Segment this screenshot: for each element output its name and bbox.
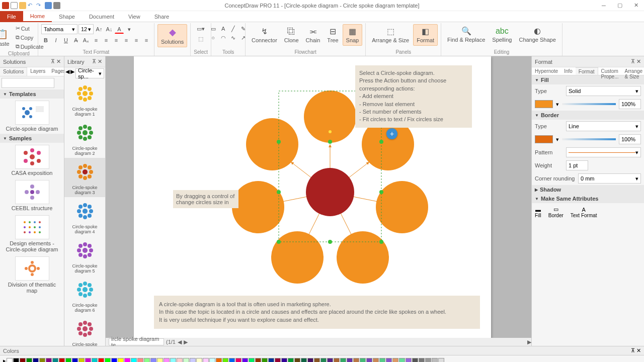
tree-button[interactable]: ⊟Tree [324,25,341,45]
pin-icon[interactable]: ⊼ [631,347,635,353]
tab-document[interactable]: Document [82,11,121,22]
library-item[interactable]: Circle-spoke diagram 1 [64,79,105,119]
lib-next-icon[interactable]: ▶ [70,68,74,78]
paste-button[interactable]: 📋 Paste [0,27,13,49]
palette-color[interactable] [78,358,85,363]
palette-color[interactable] [177,358,183,363]
subscript-button[interactable]: Aₓ [82,36,91,45]
doc-tab[interactable]: ircle spoke diagram te... [109,338,164,345]
palette-color[interactable] [327,358,333,363]
curve-tool[interactable]: ∿ [229,33,238,42]
page-next-icon[interactable]: ▶ [184,339,188,345]
align-middle-button[interactable]: ≡ [132,36,141,45]
palette-color[interactable] [7,358,13,363]
sample-item[interactable]: Design elements - Circle-spoke diagram [0,213,64,254]
fill-opacity-input[interactable]: 100% [619,99,641,109]
scroll-right-icon[interactable]: ▶ [527,339,531,345]
pattern-combo[interactable]: ▾ [566,147,641,157]
palette-color[interactable] [124,358,130,363]
tab-share[interactable]: Share [147,11,176,22]
palette-color[interactable] [419,358,425,363]
tab-home[interactable]: Home [23,11,52,22]
lib-prev-icon[interactable]: ◀ [65,68,69,78]
close-panel-icon[interactable]: ✕ [636,347,641,353]
arrange-button[interactable]: ⬚Arrange & Size [369,25,412,45]
shadow-section[interactable]: Shadow [532,185,644,194]
sample-item[interactable]: Division of thematic map [0,254,64,296]
lasso-tool[interactable]: ⬚ [196,34,205,43]
palette-color[interactable] [118,358,124,363]
italic-button[interactable]: I [51,36,60,45]
palette-color[interactable] [373,358,379,363]
palette-color[interactable] [39,358,45,363]
minimize-button[interactable]: ─ [596,0,612,11]
chain-button[interactable]: ⫘Chain [303,25,324,45]
palette-color[interactable] [196,358,202,363]
palette-color[interactable] [144,358,150,363]
corner-combo[interactable]: 0 mm▾ [578,173,641,184]
line-tool[interactable]: ╱ [229,24,238,33]
palette-color[interactable] [275,358,281,363]
arc-tool[interactable]: ◠ [219,33,228,42]
decrease-font-button[interactable]: A↓ [105,25,114,34]
palette-color[interactable] [392,358,398,363]
solutions-button[interactable]: ◆ Solutions [157,24,187,47]
library-item[interactable]: Circle-spoke diagram 5 [64,236,105,276]
new-icon[interactable] [11,2,18,9]
palette-color[interactable] [150,358,156,363]
layers-tab[interactable]: Layers [27,67,48,76]
save-icon[interactable] [45,2,52,9]
palette-color[interactable] [334,358,340,363]
samples-section[interactable]: Samples [0,134,64,143]
palette-color[interactable] [314,358,320,363]
palette-color[interactable] [399,358,405,363]
format-tab-custom[interactable]: Custom Prope... [598,67,622,75]
rect-tool[interactable]: ▭ [209,24,218,33]
close-panel-icon[interactable]: ✕ [56,58,61,64]
palette-color[interactable] [320,358,327,363]
sample-item[interactable]: CEEBL structure [0,178,64,213]
action-button[interactable]: + [386,128,397,139]
format-tab-info[interactable]: Info [561,67,576,75]
palette-color[interactable] [59,358,65,363]
palette-color[interactable] [216,358,222,363]
fill-color-swatch[interactable] [535,100,553,108]
close-panel-icon[interactable]: ✕ [98,58,102,64]
palette-color[interactable] [255,358,261,363]
weight-input[interactable]: 1 pt [566,160,588,170]
solutions-tab[interactable]: Solutions [0,67,27,76]
pin-icon[interactable]: ⊼ [92,58,96,64]
palette-color[interactable] [412,358,418,363]
palette-color[interactable] [209,358,215,363]
palette-color[interactable] [13,358,19,363]
palette-color[interactable] [170,358,176,363]
find-button[interactable]: 🔍Find & Replace [444,24,488,45]
highlight-button[interactable]: ▾ [125,25,134,34]
align-center-button[interactable]: ≡ [102,36,111,45]
underline-button[interactable]: U [61,36,70,45]
palette-color[interactable] [281,358,287,363]
solutions-search[interactable] [2,78,54,88]
palette-color[interactable] [222,358,228,363]
select-tool[interactable]: ▭▾ [196,24,205,33]
pin-icon[interactable]: ⊼ [631,58,635,64]
format-tab-format[interactable]: Format [576,67,598,75]
print-icon[interactable] [53,2,60,9]
palette-color[interactable] [353,358,359,363]
library-item[interactable]: Circle-spoke diagram 7 [64,315,105,346]
palette-color[interactable] [288,358,294,363]
same-text-button[interactable]: AText Format [571,207,597,218]
border-color-swatch[interactable] [535,135,553,143]
text-tool[interactable]: A [219,24,228,33]
close-button[interactable]: ✕ [628,0,644,11]
border-section[interactable]: Border [532,111,644,120]
palette-color[interactable] [386,358,392,363]
palette-color[interactable] [46,358,52,363]
palette-color[interactable] [379,358,385,363]
palette-color[interactable] [105,358,111,363]
file-tab[interactable]: File [0,11,23,22]
palette-color[interactable] [52,358,58,363]
page-prev-icon[interactable]: ◀ [178,339,182,345]
palette-color[interactable] [26,358,32,363]
spelling-button[interactable]: abcSpelling [489,25,515,45]
